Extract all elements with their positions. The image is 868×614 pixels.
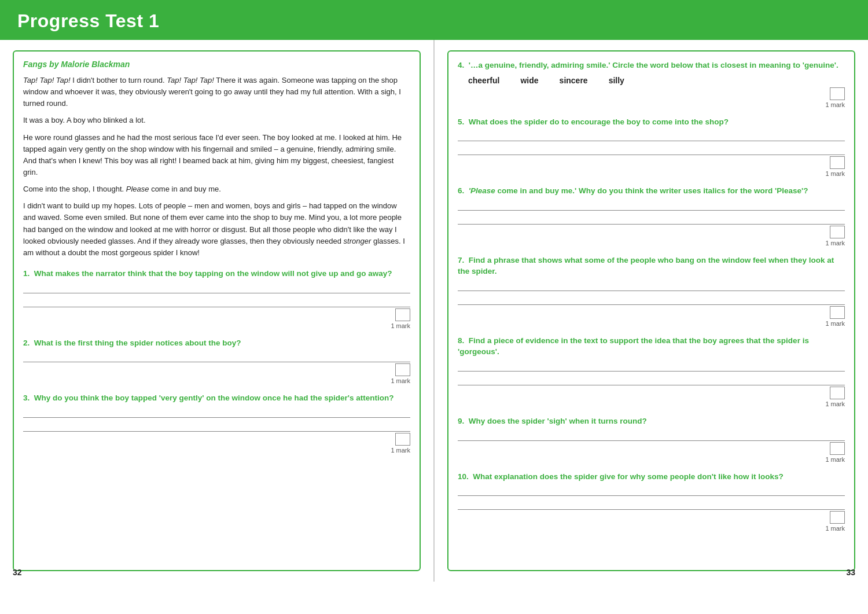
word-choice-cheerful: cheerful — [468, 76, 499, 85]
answer-line-8[interactable] — [458, 361, 845, 372]
answer-line-5[interactable] — [458, 131, 845, 141]
left-page: Fangs by Malorie Blackman Tap! Tap! Tap!… — [0, 40, 435, 582]
word-choices: cheerful wide sincere silly — [468, 76, 845, 85]
mark-label-2: 1 mark — [391, 377, 410, 384]
answer-line-10[interactable] — [458, 486, 845, 496]
question-2-text: 2. What is the first thing the spider no… — [23, 337, 410, 349]
paragraph-2: It was a boy. A boy who blinked a lot. — [23, 115, 410, 126]
paragraph-5: I didn't want to build up my hopes. Lots… — [23, 200, 410, 259]
paragraph-3: He wore round glasses and he had the mos… — [23, 132, 410, 179]
paragraph-4: Come into the shop, I thought. Please co… — [23, 183, 410, 195]
answer-line-6b[interactable] — [458, 214, 845, 225]
mark-box-8 — [830, 387, 845, 399]
page-title: Progress Test 1 — [17, 10, 851, 32]
question-6-text: 6. 'Please come in and buy me.' Why do y… — [458, 185, 845, 197]
answer-line-5b[interactable] — [458, 145, 845, 155]
question-9-text: 9. Why does the spider 'sigh' when it tu… — [458, 416, 845, 427]
left-questions: 1. What makes the narrator think that th… — [23, 268, 410, 454]
left-page-box: Fangs by Malorie Blackman Tap! Tap! Tap!… — [13, 50, 421, 571]
mark-area-9: 1 mark — [458, 442, 845, 463]
answer-line-6[interactable] — [458, 200, 845, 211]
mark-box-9 — [830, 442, 845, 455]
question-3-text: 3. Why do you think the boy tapped 'very… — [23, 392, 410, 404]
mark-label-4: 1 mark — [825, 101, 845, 108]
question-6: 6. 'Please come in and buy me.' Why do y… — [458, 185, 845, 247]
page-number-right: 33 — [846, 568, 855, 577]
mark-label-1: 1 mark — [391, 322, 410, 329]
mark-label-6: 1 mark — [825, 240, 845, 247]
question-7: 7. Find a phrase that shows what some of… — [458, 255, 845, 327]
mark-label-7: 1 mark — [825, 320, 845, 327]
mark-box-2 — [395, 363, 410, 376]
mark-box-10 — [830, 511, 845, 524]
question-10: 10. What explanation does the spider giv… — [458, 471, 845, 532]
page-header: Progress Test 1 — [0, 0, 868, 40]
question-1-text: 1. What makes the narrator think that th… — [23, 268, 410, 280]
right-page: 4. '…a genuine, friendly, admiring smile… — [435, 40, 868, 582]
question-8: 8. Find a piece of evidence in the text … — [458, 335, 845, 407]
answer-line-1[interactable] — [23, 283, 410, 293]
question-10-text: 10. What explanation does the spider giv… — [458, 471, 845, 483]
mark-label-8: 1 mark — [825, 400, 845, 407]
mark-label-9: 1 mark — [825, 456, 845, 463]
answer-line-10b[interactable] — [458, 499, 845, 510]
question-1: 1. What makes the narrator think that th… — [23, 268, 410, 329]
answer-line-3b[interactable] — [23, 421, 410, 432]
mark-box-5 — [830, 156, 845, 169]
question-3: 3. Why do you think the boy tapped 'very… — [23, 392, 410, 454]
question-9: 9. Why does the spider 'sigh' when it tu… — [458, 416, 845, 463]
mark-box-4 — [830, 87, 845, 100]
answer-line-7[interactable] — [458, 281, 845, 291]
mark-label-5: 1 mark — [825, 170, 845, 177]
mark-area-10: 1 mark — [458, 511, 845, 532]
mark-area-2: 1 mark — [23, 363, 410, 384]
mark-label-10: 1 mark — [825, 525, 845, 532]
mark-area-4: 1 mark — [458, 87, 845, 108]
right-page-box: 4. '…a genuine, friendly, admiring smile… — [447, 50, 855, 571]
mark-area-6: 1 mark — [458, 226, 845, 247]
mark-area-7: 1 mark — [458, 306, 845, 327]
word-choice-silly: silly — [609, 76, 624, 85]
question-5: 5. What does the spider do to encourage … — [458, 116, 845, 178]
question-8-text: 8. Find a piece of evidence in the text … — [458, 335, 845, 358]
question-4-text: 4. '…a genuine, friendly, admiring smile… — [458, 60, 845, 71]
answer-line-8b[interactable] — [458, 375, 845, 385]
passage-title: Fangs by Malorie Blackman — [23, 60, 410, 69]
mark-area-1: 1 mark — [23, 308, 410, 329]
question-2: 2. What is the first thing the spider no… — [23, 337, 410, 385]
mark-box-7 — [830, 306, 845, 319]
mark-box-6 — [830, 226, 845, 238]
mark-box-1 — [395, 308, 410, 321]
question-4: 4. '…a genuine, friendly, admiring smile… — [458, 60, 845, 108]
mark-area-3: 1 mark — [23, 433, 410, 454]
mark-area-5: 1 mark — [458, 156, 845, 177]
question-7-text: 7. Find a phrase that shows what some of… — [458, 255, 845, 277]
answer-line-9[interactable] — [458, 431, 845, 441]
answer-line-1b[interactable] — [23, 297, 410, 307]
mark-box-3 — [395, 433, 410, 446]
word-choice-wide: wide — [520, 76, 538, 85]
question-5-text: 5. What does the spider do to encourage … — [458, 116, 845, 128]
mark-area-8: 1 mark — [458, 387, 845, 407]
word-choice-sincere: sincere — [560, 76, 588, 85]
page-number-left: 32 — [13, 568, 22, 577]
main-content: Fangs by Malorie Blackman Tap! Tap! Tap!… — [0, 40, 868, 582]
paragraph-1: Tap! Tap! Tap! I didn't bother to turn r… — [23, 75, 410, 109]
answer-line-7b[interactable] — [458, 295, 845, 305]
answer-line-2[interactable] — [23, 352, 410, 362]
mark-label-3: 1 mark — [391, 447, 410, 454]
answer-line-3[interactable] — [23, 407, 410, 418]
